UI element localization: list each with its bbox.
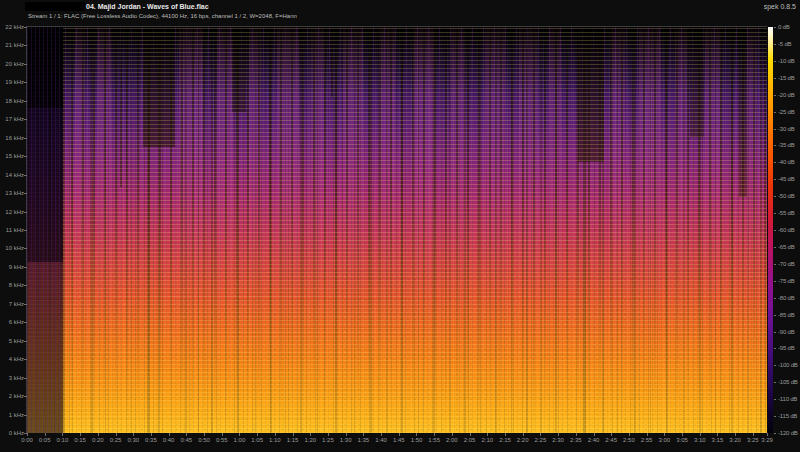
tick-mark [346, 433, 347, 436]
tick-mark [774, 348, 776, 349]
tick-mark [774, 416, 776, 417]
tick-mark [774, 44, 776, 45]
tick-mark [611, 433, 612, 436]
freq-axis-label: 13 kHz [0, 190, 24, 197]
tick-mark [434, 433, 435, 436]
tick-mark [24, 101, 27, 102]
tick-mark [24, 27, 27, 28]
tick-mark [24, 212, 27, 213]
tick-mark [186, 433, 187, 436]
db-scale-label: -30 dB [778, 126, 794, 133]
tick-mark [647, 433, 648, 436]
tick-mark [717, 433, 718, 436]
tick-mark [700, 433, 701, 436]
db-scale-label: -90 dB [778, 329, 794, 336]
tick-mark [24, 248, 27, 249]
db-scale-label: -70 dB [778, 261, 794, 268]
tick-mark [24, 230, 27, 231]
tick-mark [487, 433, 488, 436]
tick-mark [416, 433, 417, 436]
tick-mark [774, 145, 776, 146]
tick-mark [151, 433, 152, 436]
freq-axis-label: 10 kHz [0, 245, 24, 252]
db-scale-label: -35 dB [778, 142, 794, 149]
tick-mark [774, 230, 776, 231]
tick-mark [24, 322, 27, 323]
tick-mark [24, 415, 27, 416]
freq-axis-label: 12 kHz [0, 209, 24, 216]
freq-axis-label: 15 kHz [0, 153, 24, 160]
tick-mark [767, 433, 768, 436]
tick-mark [24, 156, 27, 157]
tick-mark [24, 341, 27, 342]
tick-mark [452, 433, 453, 436]
tick-mark [98, 433, 99, 436]
tick-mark [594, 433, 595, 436]
spek-window: 04. Majid Jordan - Waves of Blue.flac sp… [0, 0, 800, 452]
tick-mark [774, 247, 776, 248]
freq-axis-label: 3 kHz [0, 375, 24, 382]
tick-mark [24, 396, 27, 397]
freq-axis-label: 2 kHz [0, 393, 24, 400]
freq-axis-label: 17 kHz [0, 116, 24, 123]
db-scale-label: -105 dB [778, 379, 798, 386]
tick-mark [24, 119, 27, 120]
db-scale-label: -45 dB [778, 176, 794, 183]
app-version-label: spek 0.8.5 [764, 3, 796, 10]
tick-mark [24, 64, 27, 65]
db-scale-label: -110 dB [778, 396, 797, 403]
tick-mark [774, 332, 776, 333]
freq-axis-label: 7 kHz [0, 301, 24, 308]
db-scale-label: -75 dB [778, 278, 794, 285]
db-scale-label: -15 dB [778, 75, 794, 82]
db-scale-label: -40 dB [778, 159, 794, 166]
db-scale-label: -100 dB [778, 362, 798, 369]
tick-mark [753, 433, 754, 436]
db-scale-label: -20 dB [778, 92, 794, 99]
tick-mark [24, 193, 27, 194]
freq-axis-label: 14 kHz [0, 172, 24, 179]
tick-mark [80, 433, 81, 436]
freq-axis-label: 1 kHz [0, 412, 24, 419]
tick-mark [774, 179, 776, 180]
tick-mark [774, 196, 776, 197]
db-scale-label: -10 dB [778, 58, 794, 65]
tick-mark [470, 433, 471, 436]
tick-mark [774, 129, 776, 130]
tick-mark [363, 433, 364, 436]
freq-axis-label: 18 kHz [0, 98, 24, 105]
tick-mark [735, 433, 736, 436]
tick-mark [204, 433, 205, 436]
tick-mark [505, 433, 506, 436]
tick-mark [774, 433, 776, 434]
tick-mark [222, 433, 223, 436]
tick-mark [774, 298, 776, 299]
tick-mark [664, 433, 665, 436]
tick-mark [328, 433, 329, 436]
tick-mark [24, 304, 27, 305]
tick-mark [399, 433, 400, 436]
freq-axis-label: 9 kHz [0, 264, 24, 271]
tick-mark [629, 433, 630, 436]
freq-axis-label: 21 kHz [0, 42, 24, 49]
tick-mark [24, 138, 27, 139]
tick-mark [774, 78, 776, 79]
tick-mark [774, 112, 776, 113]
tick-mark [116, 433, 117, 436]
tick-mark [62, 433, 63, 436]
tick-mark [774, 315, 776, 316]
file-title: 04. Majid Jordan - Waves of Blue.flac [86, 3, 209, 10]
tick-mark [24, 45, 27, 46]
spectrogram-canvas [27, 27, 767, 433]
db-scale-label: -50 dB [778, 193, 794, 200]
db-scale-label: -85 dB [778, 312, 794, 319]
tick-mark [774, 281, 776, 282]
db-scale-label: -115 dB [778, 413, 797, 420]
db-scale-label: -95 dB [778, 345, 794, 352]
tick-mark [774, 213, 776, 214]
freq-axis-label: 5 kHz [0, 338, 24, 345]
freq-axis-label: 11 kHz [0, 227, 24, 234]
tick-mark [24, 285, 27, 286]
freq-axis-label: 20 kHz [0, 61, 24, 68]
tick-mark [257, 433, 258, 436]
